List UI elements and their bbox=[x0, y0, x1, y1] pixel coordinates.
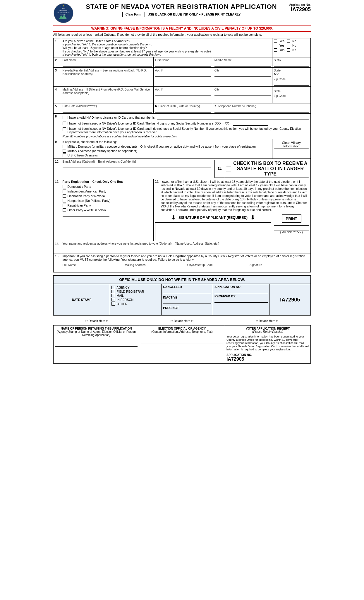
official-inperson-checkbox[interactable] bbox=[111, 298, 115, 301]
s10-input[interactable] bbox=[63, 164, 211, 168]
s14-label: Your name and residential address where … bbox=[63, 242, 309, 245]
s1-q1-yes-checkbox[interactable] bbox=[274, 40, 277, 43]
receipt-col3-text: Your voter registration information has … bbox=[226, 335, 309, 351]
section-8-num: 8. bbox=[54, 114, 61, 139]
s1-q1-no-label: No bbox=[292, 39, 296, 43]
s1-q1-no-checkbox[interactable] bbox=[287, 40, 290, 43]
official-field-registrar-checkbox[interactable] bbox=[111, 290, 115, 293]
s2-suffix-input[interactable] bbox=[274, 62, 309, 67]
s1-q2-no-label: No bbox=[292, 44, 296, 47]
svg-text:NEVADA: NEVADA bbox=[61, 14, 67, 16]
s8-note: Note: ID numbers provided above are conf… bbox=[63, 135, 309, 138]
s3-address-input[interactable] bbox=[63, 76, 152, 80]
s9-opt2-checkbox[interactable] bbox=[63, 149, 66, 153]
page-title: STATE OF NEVADA VOTER REGISTRATION APPLI… bbox=[77, 3, 286, 11]
s12-independent-checkbox[interactable] bbox=[63, 190, 66, 193]
s12-other-checkbox[interactable] bbox=[63, 208, 66, 212]
s5-input[interactable] bbox=[63, 108, 152, 112]
section-5-num: 5. bbox=[54, 103, 61, 114]
s15-signature-input[interactable] bbox=[250, 267, 309, 271]
svg-text:OF THE STATE OF: OF THE STATE OF bbox=[58, 12, 70, 13]
receipt-col1-input[interactable] bbox=[55, 342, 138, 347]
signature-field[interactable] bbox=[155, 222, 271, 240]
s12-libertarian-checkbox[interactable] bbox=[63, 194, 66, 198]
s2-last-name-input[interactable] bbox=[63, 62, 152, 67]
official-cancelled-label: CANCELLED bbox=[163, 285, 211, 289]
s8-opt1-checkbox[interactable] bbox=[63, 116, 66, 119]
official-field-registrar-label: FIELD REGISTRAR bbox=[116, 290, 144, 293]
s13-date-input[interactable] bbox=[274, 227, 309, 231]
receipt-col1-sub: (Agency Stamp or Name of Agent, Election… bbox=[55, 330, 138, 337]
s2-middle-name-label: Middle Name bbox=[214, 59, 232, 62]
official-agency-checkbox[interactable] bbox=[111, 286, 115, 289]
s4-state-label: State bbox=[274, 90, 281, 93]
s8-opt3-text: I have not been issued a NV Driver's Lic… bbox=[68, 127, 309, 134]
s1-q3-yes-checkbox[interactable] bbox=[274, 48, 277, 52]
s2-first-name-input[interactable] bbox=[155, 62, 211, 67]
official-appno-label: APPLICATION NO. bbox=[214, 285, 268, 289]
s1-q1: Are you a citizen of the United States o… bbox=[63, 39, 271, 43]
s12-libertarian-label: Libertarian Party of Nevada bbox=[68, 194, 105, 198]
s4-city-input[interactable] bbox=[214, 92, 271, 96]
s12-write-in-line[interactable] bbox=[63, 212, 109, 217]
s5-label: Birth Date (MM/DD/YYYY) bbox=[63, 105, 97, 108]
official-other-checkbox[interactable] bbox=[111, 302, 115, 306]
receipt-col2-input[interactable] bbox=[141, 339, 223, 343]
section-1-num: 1. bbox=[54, 38, 61, 57]
s1-q3-no-checkbox[interactable] bbox=[287, 48, 290, 52]
s15-mailing-input[interactable] bbox=[125, 267, 184, 271]
s6-input[interactable] bbox=[155, 108, 211, 112]
official-inactive-input[interactable] bbox=[163, 300, 211, 304]
s3-apt-input[interactable] bbox=[155, 73, 211, 77]
s12-democratic-checkbox[interactable] bbox=[63, 185, 66, 188]
receipt-col1-header: NAME OF PERSON RETAINING THIS APPLICATIO… bbox=[55, 327, 138, 330]
s7-input[interactable] bbox=[214, 108, 309, 112]
section-6-num: 6. bbox=[155, 104, 158, 108]
official-receivedby-input[interactable] bbox=[214, 299, 268, 303]
section-2-num: 2. bbox=[54, 57, 61, 68]
s14-input[interactable] bbox=[63, 248, 309, 252]
official-appno-input[interactable] bbox=[214, 289, 268, 293]
s15-citystatezip-input[interactable] bbox=[187, 267, 247, 271]
s4-zip-input[interactable] bbox=[274, 98, 309, 102]
s8-opt2-checkbox[interactable] bbox=[63, 122, 66, 125]
official-agency-label: AGENCY bbox=[116, 286, 129, 289]
s8-opt2-input[interactable] bbox=[233, 122, 268, 126]
s3-city-input[interactable] bbox=[214, 73, 271, 77]
s1-q2-yes-checkbox[interactable] bbox=[274, 44, 277, 47]
s12-nonpartisan-checkbox[interactable] bbox=[63, 199, 66, 202]
clear-military-button[interactable]: Clear Military Information bbox=[274, 140, 309, 149]
s3-city-label: City bbox=[214, 69, 219, 72]
s9-opt1-text: Military Domestic (or military spouse or… bbox=[68, 145, 256, 148]
clear-form-button[interactable]: Clear Form bbox=[122, 12, 145, 17]
s15-fullname-input[interactable] bbox=[63, 267, 122, 271]
detach-center: ✂ Detach Here ✂ bbox=[171, 319, 193, 323]
official-cancelled-input[interactable] bbox=[163, 289, 211, 293]
receipt-col2-sub: (Contact Information, Address, Telephone… bbox=[141, 330, 223, 333]
s13-date-label: ( MM / DD / YYYY ) bbox=[274, 231, 309, 234]
s8-opt1-input[interactable] bbox=[157, 116, 309, 120]
s11-checkbox[interactable] bbox=[226, 166, 231, 171]
s8-opt3-checkbox[interactable] bbox=[63, 127, 66, 131]
s12-republican-checkbox[interactable] bbox=[63, 204, 66, 207]
section-13-num: 13. bbox=[155, 180, 159, 183]
s4-state-input[interactable] bbox=[281, 88, 293, 92]
s9-opt3-checkbox[interactable] bbox=[63, 154, 66, 157]
receipt-col3-appno-label: APPLICATION NO. bbox=[226, 353, 309, 357]
s9-opt2-text: Military Overseas (or military spouse or… bbox=[68, 149, 137, 153]
official-receivedby-label: RECEIVED BY: bbox=[214, 294, 268, 298]
official-precinct-input[interactable] bbox=[163, 310, 211, 314]
s10-label: Email Address (Optional) – Email Address… bbox=[63, 160, 136, 163]
print-button[interactable]: PRINT bbox=[282, 214, 301, 223]
official-mail-checkbox[interactable] bbox=[111, 294, 115, 297]
s4-zip-label: Zip Code bbox=[274, 94, 286, 98]
s15-mailing-label: Mailing Address bbox=[125, 263, 146, 267]
s3-zip-label: Zip Code bbox=[274, 78, 286, 81]
s2-middle-name-input[interactable] bbox=[214, 62, 271, 67]
s1-q2-no-checkbox[interactable] bbox=[287, 44, 290, 47]
s4-apt-input[interactable] bbox=[155, 92, 211, 96]
s3-zip-input[interactable] bbox=[274, 81, 309, 86]
s9-opt1-checkbox[interactable] bbox=[63, 145, 66, 148]
s4-address-input[interactable] bbox=[63, 95, 152, 99]
s1-q3-no-label: No bbox=[292, 48, 296, 52]
